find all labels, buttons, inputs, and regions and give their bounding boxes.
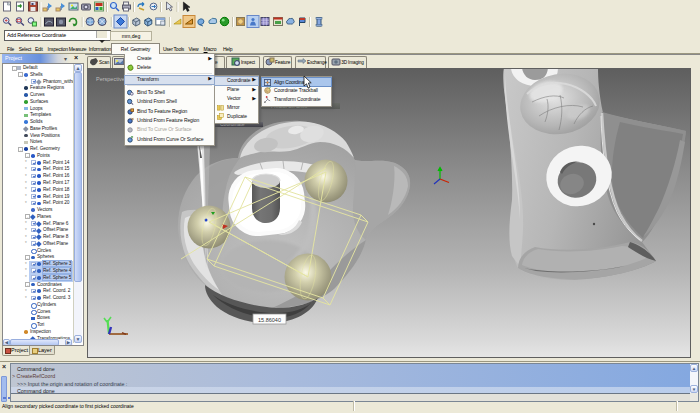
svg-text:15.86040: 15.86040 <box>258 317 281 323</box>
svg-text:Perspective: Perspective <box>96 76 125 82</box>
